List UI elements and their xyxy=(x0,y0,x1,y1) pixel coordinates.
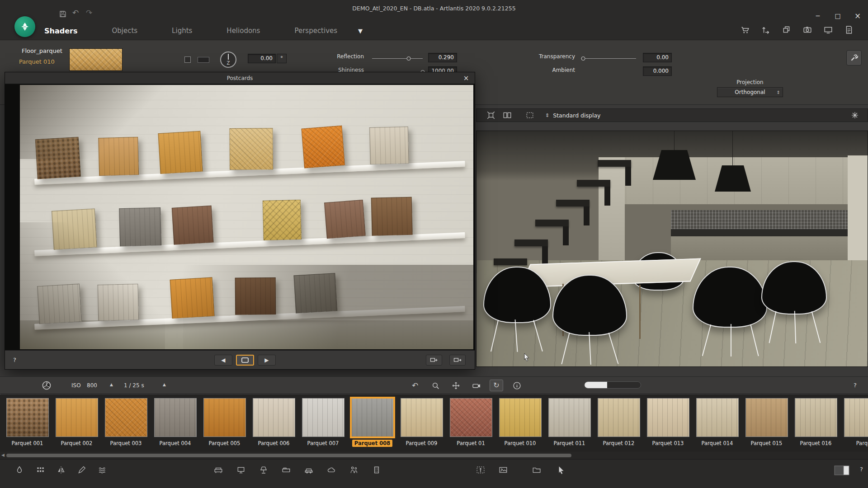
parquet-sample[interactable] xyxy=(263,199,302,240)
close-button[interactable]: × xyxy=(851,11,864,21)
info-icon[interactable] xyxy=(510,380,524,391)
catalog-item[interactable]: Parquet 001 xyxy=(3,394,52,452)
screen-icon[interactable] xyxy=(234,464,248,476)
catalog-item[interactable]: Parquet 014 xyxy=(693,394,742,452)
tab-heliodons[interactable]: Heliodons xyxy=(226,27,260,35)
catalog-thumbnail[interactable] xyxy=(499,398,542,437)
scrollbar-thumb[interactable] xyxy=(6,454,571,457)
building-icon[interactable] xyxy=(370,464,383,476)
water-waves-icon[interactable] xyxy=(96,464,109,476)
transfer-icon[interactable] xyxy=(758,23,774,36)
catalog-thumbnail[interactable] xyxy=(203,398,246,437)
edit-pen-icon[interactable] xyxy=(75,464,89,476)
current-postcard-button[interactable] xyxy=(236,355,254,366)
next-postcard-icon[interactable]: ▶ xyxy=(258,355,276,366)
catalog-thumbnail[interactable] xyxy=(154,398,197,437)
catalog-item[interactable]: Parquet 013 xyxy=(643,394,693,452)
display-mode-stepper-icon[interactable]: ⇕ xyxy=(545,113,549,118)
people-icon[interactable] xyxy=(347,464,361,476)
fit-view-icon[interactable] xyxy=(483,110,499,121)
tab-lights[interactable]: Lights xyxy=(172,27,192,35)
catalog-strip[interactable]: Parquet 001Parquet 002Parquet 003Parquet… xyxy=(0,394,868,452)
marquee-icon[interactable] xyxy=(522,110,538,121)
progress-bar[interactable] xyxy=(584,381,641,389)
catalog-item[interactable]: Parquet 016 xyxy=(791,394,840,452)
panel-toggle-icon[interactable] xyxy=(834,465,849,476)
add-postcard-icon[interactable] xyxy=(426,355,442,366)
transparency-slider-knob[interactable] xyxy=(581,56,585,61)
dual-view-icon[interactable] xyxy=(499,110,515,121)
tab-perspectives[interactable]: Perspectives xyxy=(294,27,337,35)
ambient-value-field[interactable]: 0.000 xyxy=(643,66,672,76)
perspectives-dropdown-icon[interactable]: ▼ xyxy=(358,28,363,34)
catalog-item[interactable]: Parquet 015 xyxy=(742,394,791,452)
catalog-thumbnail[interactable] xyxy=(844,398,868,437)
shader-checkbox[interactable] xyxy=(184,56,191,63)
catalog-item[interactable]: Parquet 005 xyxy=(200,394,249,452)
display-mode-label[interactable]: Standard display xyxy=(553,112,600,119)
parquet-sample[interactable] xyxy=(230,128,274,170)
bedroom-icon[interactable] xyxy=(279,464,293,476)
catalog-thumbnail[interactable] xyxy=(351,398,394,437)
postcards-help-label[interactable]: ? xyxy=(13,357,16,363)
export-postcard-icon[interactable] xyxy=(449,355,466,366)
catalog-thumbnail[interactable] xyxy=(6,398,49,437)
catalog-thumbnail[interactable] xyxy=(105,398,147,437)
shader-name-label[interactable]: Parquet 010 xyxy=(19,58,55,65)
catalog-item[interactable]: Parquet 007 xyxy=(298,394,348,452)
render-settings-icon[interactable] xyxy=(847,110,863,121)
cursor-icon[interactable] xyxy=(554,464,568,476)
catalog-item[interactable]: Parquet 006 xyxy=(249,394,298,452)
camera-icon[interactable] xyxy=(799,23,816,36)
parquet-sample[interactable] xyxy=(371,197,413,235)
zoom-icon[interactable] xyxy=(429,380,442,391)
catalog-scrollbar[interactable]: ◀ xyxy=(0,452,868,459)
catalog-thumbnail[interactable] xyxy=(598,398,640,437)
shutter-value[interactable]: 1 / 25 s xyxy=(124,382,144,389)
cart-icon[interactable] xyxy=(737,23,753,36)
folder-icon[interactable] xyxy=(530,464,543,476)
catalog-grid-icon[interactable] xyxy=(33,464,47,476)
catalog-item[interactable]: Parquet 010 xyxy=(495,394,545,452)
projector-icon[interactable] xyxy=(469,380,483,391)
catalog-item[interactable]: Parquet 009 xyxy=(397,394,446,452)
updown-stepper-icon[interactable]: ⇕ xyxy=(777,90,780,95)
postcards-scene[interactable] xyxy=(20,85,473,349)
billboard-icon[interactable] xyxy=(474,464,487,476)
catalog-thumbnail[interactable] xyxy=(56,398,98,437)
reflection-value-field[interactable]: 0.290 xyxy=(428,53,457,62)
postcards-close-icon[interactable]: × xyxy=(461,73,471,83)
iso-stepper-icon[interactable]: ▲ xyxy=(110,383,113,387)
catalog-item[interactable]: Parquet 011 xyxy=(545,394,594,452)
image-icon[interactable] xyxy=(496,464,510,476)
iso-value[interactable]: 800 xyxy=(87,382,97,389)
parquet-sample[interactable] xyxy=(369,127,409,164)
lighting-icon[interactable] xyxy=(257,464,270,476)
minimize-button[interactable]: ─ xyxy=(811,11,825,21)
vehicle-icon[interactable] xyxy=(302,464,316,476)
undo-view-icon[interactable]: ↶ xyxy=(408,380,422,391)
catalog-thumbnail[interactable] xyxy=(647,398,689,437)
rotation-value-field[interactable]: 0.00 xyxy=(248,54,276,63)
wrench-icon[interactable] xyxy=(846,50,862,66)
display-frame-icon[interactable] xyxy=(820,23,836,36)
pan-icon[interactable] xyxy=(449,380,462,391)
catalog-item[interactable]: Parque xyxy=(840,394,868,452)
catalog-thumbnail[interactable] xyxy=(253,398,295,437)
maximize-button[interactable]: □ xyxy=(831,11,844,21)
redo-icon[interactable]: ↷ xyxy=(86,9,92,17)
catalog-item[interactable]: Parquet 01 xyxy=(446,394,495,452)
parquet-sample[interactable] xyxy=(324,199,366,238)
notes-icon[interactable] xyxy=(841,23,857,36)
refresh-icon[interactable]: ↻ xyxy=(490,380,503,391)
catalog-thumbnail[interactable] xyxy=(795,398,837,437)
cloud-icon[interactable] xyxy=(325,464,338,476)
rotation-unit-button[interactable]: ° xyxy=(277,54,287,63)
scroll-left-icon[interactable]: ◀ xyxy=(1,453,5,457)
transparency-slider[interactable] xyxy=(581,58,636,59)
projection-dropdown[interactable]: Orthogonal ⇕ xyxy=(717,87,783,97)
undo-icon[interactable]: ↶ xyxy=(72,9,79,17)
aperture-icon[interactable] xyxy=(40,380,53,391)
prev-postcard-icon[interactable]: ◀ xyxy=(214,355,232,366)
catalog-thumbnail[interactable] xyxy=(696,398,739,437)
